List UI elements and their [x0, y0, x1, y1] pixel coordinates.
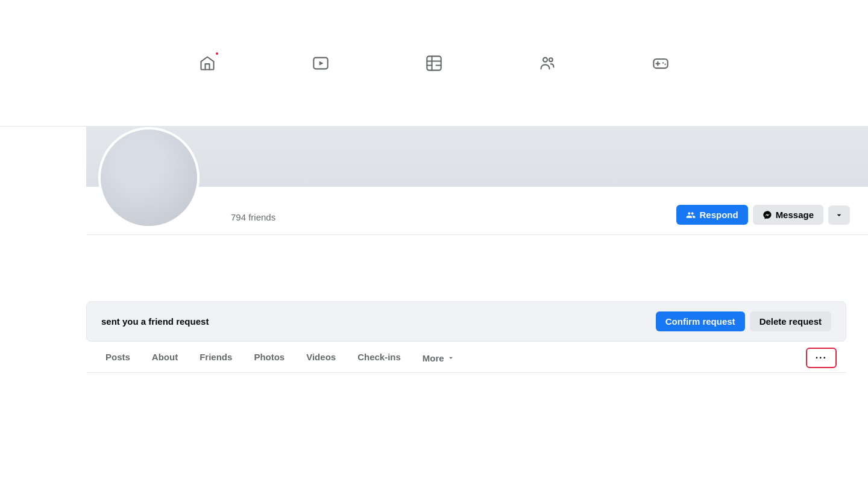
nav-more[interactable]: More: [413, 345, 465, 372]
avatar: [98, 127, 200, 228]
nav-checkins[interactable]: Check-ins: [348, 343, 410, 372]
nav-posts[interactable]: Posts: [96, 343, 140, 372]
gaming-nav-button[interactable]: [646, 49, 675, 78]
home-nav-button[interactable]: [193, 49, 222, 78]
cover-photo: [86, 127, 868, 187]
friend-request-actions: Confirm request Delete request: [656, 311, 831, 331]
nav-about[interactable]: About: [142, 343, 187, 372]
svg-point-4: [549, 58, 553, 61]
nav-ellipsis-spacer: ···: [806, 348, 837, 368]
confirm-request-button[interactable]: Confirm request: [656, 311, 745, 331]
avatar-placeholder: [101, 130, 197, 226]
more-chevron-icon: [447, 354, 455, 362]
friends-nav-button[interactable]: [533, 49, 562, 78]
friends-icon: [539, 55, 556, 72]
chevron-down-icon: [834, 210, 844, 220]
gaming-icon: [652, 55, 669, 72]
messenger-icon: [763, 210, 772, 220]
home-icon: [199, 55, 216, 72]
avatar-container: [98, 127, 200, 228]
respond-button[interactable]: Respond: [676, 205, 747, 225]
message-button[interactable]: Message: [753, 205, 823, 225]
watch-nav-button[interactable]: [306, 49, 335, 78]
svg-marker-1: [319, 61, 324, 65]
svg-point-9: [664, 63, 665, 64]
profile-info-bar: 794 friends Respond Message: [86, 187, 868, 235]
profile-section: 794 friends Respond Message: [86, 127, 868, 235]
notification-dot: [215, 51, 219, 56]
svg-rect-2: [427, 56, 441, 70]
more-actions-button[interactable]: [828, 205, 850, 225]
svg-point-3: [543, 57, 547, 61]
friend-request-banner: sent you a friend request Confirm reques…: [86, 301, 846, 342]
top-nav: [0, 0, 868, 127]
nav-ellipsis-button[interactable]: ···: [806, 348, 837, 368]
marketplace-nav-button[interactable]: [420, 49, 448, 78]
nav-friends[interactable]: Friends: [190, 343, 242, 372]
friends-count: 794 friends: [231, 212, 275, 225]
profile-actions: Respond Message: [676, 205, 850, 225]
nav-videos[interactable]: Videos: [297, 343, 345, 372]
marketplace-icon: [426, 55, 442, 72]
delete-request-button[interactable]: Delete request: [750, 311, 831, 331]
video-icon: [312, 55, 329, 72]
profile-nav: Posts About Friends Photos Videos Check-…: [86, 343, 846, 373]
svg-point-8: [662, 62, 664, 63]
nav-photos[interactable]: Photos: [244, 343, 294, 372]
friend-request-text: sent you a friend request: [101, 316, 209, 327]
respond-icon: [686, 210, 696, 220]
